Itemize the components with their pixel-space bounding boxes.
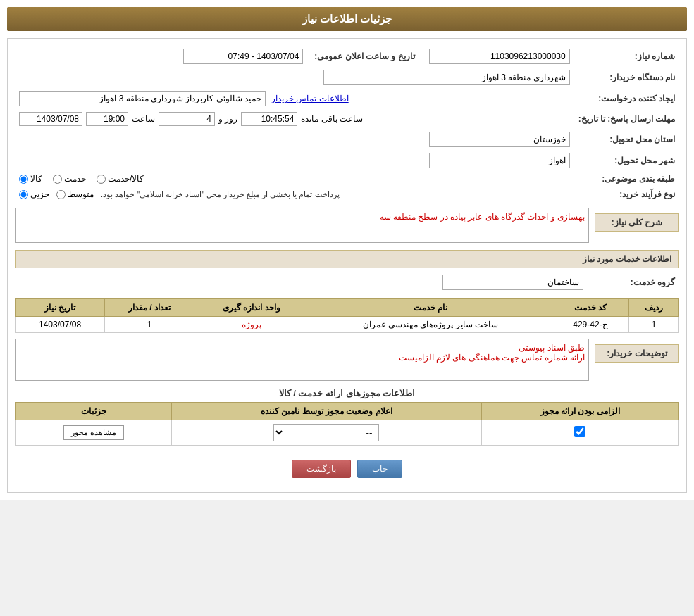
purchase-type-label: نوع فرآیند خرید:: [574, 187, 679, 202]
province-value: خوزستان: [429, 132, 570, 147]
category-goods-radio[interactable]: [19, 175, 28, 184]
category-goods-label: کالا: [30, 174, 42, 184]
city-label: شهر محل تحویل:: [574, 150, 679, 171]
permissions-section-title: اطلاعات مجوزهای ارائه خدمت / کالا: [15, 388, 679, 398]
col-service-code: کد خدمت: [552, 299, 628, 317]
category-service-radio[interactable]: [53, 175, 62, 184]
purchase-partial-radio[interactable]: [19, 190, 28, 199]
buyer-notes-box: طبق اسناد پیوستی ارائه شماره تماس جهت هم…: [15, 339, 589, 381]
col-need-date: تاریخ نیاز: [16, 299, 105, 317]
cell-unit: پروژه: [194, 317, 309, 333]
category-label: طبقه بندی موضوعی:: [574, 171, 679, 187]
print-button[interactable]: چاپ: [357, 460, 402, 478]
reply-deadline-label: مهلت ارسال پاسخ: تا تاریخ:: [574, 109, 679, 129]
days-label: روز و: [218, 114, 237, 124]
col-details: جزئیات: [16, 403, 172, 420]
service-group-label: گروه خدمت:: [588, 272, 679, 293]
list-item: -- مشاهده مجوز: [16, 420, 679, 446]
col-required: الزامی بودن ارائه مجوز: [481, 403, 678, 420]
category-goods-service-radio[interactable]: [97, 175, 106, 184]
col-unit: واحد اندازه گیری: [194, 299, 309, 317]
reply-time-label: ساعت: [132, 114, 155, 124]
province-label: استان محل تحویل:: [574, 129, 679, 150]
purchase-note: پرداخت تمام یا بخشی از مبلغ خریدار محل "…: [101, 190, 340, 199]
buyer-notes-line2: ارائه شماره تماس جهت هماهنگی های لازم ال…: [19, 353, 585, 363]
days-value: 4: [159, 112, 215, 126]
required-checkbox[interactable]: [574, 426, 585, 437]
purchase-medium-radio[interactable]: [56, 190, 66, 199]
col-quantity: تعداد / مقدار: [105, 299, 194, 317]
need-number-label: شماره نیاز:: [574, 46, 679, 67]
reply-time-value: 19:00: [86, 112, 128, 126]
need-description-value: بهسازی و احداث گذرگاه های عابر پیاده در …: [15, 208, 589, 243]
cell-row-num: 1: [629, 317, 679, 333]
reply-date-value: 1403/07/08: [19, 112, 82, 126]
cell-need-date: 1403/07/08: [16, 317, 105, 333]
city-value: اهواز: [429, 153, 570, 168]
services-section-title: اطلاعات خدمات مورد نیاز: [15, 250, 679, 268]
buyer-org-value: شهرداری منطقه 3 اهواز: [323, 70, 570, 85]
cell-service-code: ج-42-429: [552, 317, 628, 333]
announcement-label: تاریخ و ساعت اعلان عمومی:: [307, 46, 419, 67]
need-number-value: 1103096213000030: [429, 49, 570, 64]
col-row-num: ردیف: [629, 299, 679, 317]
buyer-notes-label: توضیحات خریدار:: [595, 344, 679, 363]
service-group-value: ساختمان: [442, 275, 583, 290]
purchase-medium-label: متوسط: [68, 189, 94, 199]
contact-info-link[interactable]: اطلاعات تماس خریدار: [271, 94, 349, 103]
col-status: اعلام وضعیت مجوز توسط نامین کننده: [172, 403, 481, 420]
need-description-title: شرح کلی نیاز:: [595, 213, 679, 232]
category-goods-service-label: کالا/خدمت: [108, 174, 144, 184]
status-select[interactable]: --: [273, 424, 379, 441]
remaining-label: ساعت باقی مانده: [301, 114, 363, 124]
required-checkbox-cell: [481, 420, 678, 446]
cell-service-name: ساخت سایر پروژه‌های مهندسی عمران: [309, 317, 552, 333]
view-permit-button[interactable]: مشاهده مجوز: [63, 425, 124, 440]
page-title: جزئیات اطلاعات نیاز: [7, 7, 687, 31]
buyer-org-label: نام دستگاه خریدار:: [574, 67, 679, 88]
category-service-label: خدمت: [64, 174, 86, 184]
creator-value: حمید شالوئی کاربرداز شهرداری منطقه 3 اهو…: [19, 91, 266, 106]
remaining-value: 10:45:54: [241, 112, 297, 126]
status-cell: --: [172, 420, 481, 446]
table-row: 1 ج-42-429 ساخت سایر پروژه‌های مهندسی عم…: [16, 317, 679, 333]
back-button[interactable]: بازگشت: [292, 460, 351, 478]
buyer-notes-line1: طبق اسناد پیوستی: [19, 343, 585, 353]
creator-label: ایجاد کننده درخواست:: [574, 88, 679, 109]
announcement-value: 1403/07/04 - 07:49: [183, 49, 303, 64]
col-service-name: نام خدمت: [309, 299, 552, 317]
purchase-partial-label: جزیی: [30, 189, 49, 199]
cell-quantity: 1: [105, 317, 194, 333]
details-cell: مشاهده مجوز: [16, 420, 172, 446]
